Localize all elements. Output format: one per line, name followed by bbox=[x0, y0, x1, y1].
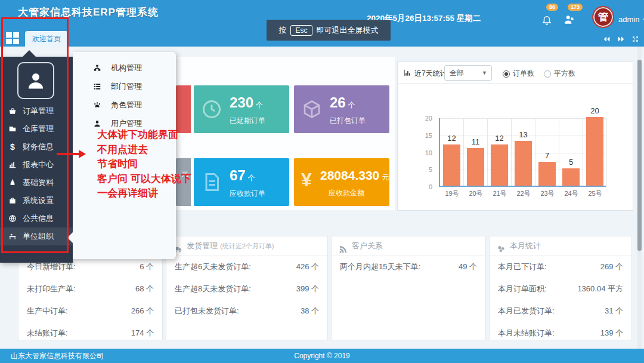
user-message-icon[interactable] bbox=[564, 14, 575, 25]
stat-row: 两个月内超15天未下单:49 个 bbox=[332, 256, 485, 278]
footer: 山东大管家信息科技有限公司 Copyright © 2019 bbox=[0, 349, 644, 363]
panel-customer-relations: 客户关系 两个月内超15天未下单:49 个 bbox=[331, 236, 486, 340]
radio-label: 平方数 bbox=[554, 69, 575, 79]
stat-value: 426 个 bbox=[296, 262, 319, 272]
toast-prefix: 按 bbox=[278, 25, 286, 36]
hidden-card-row1[interactable] bbox=[176, 85, 191, 133]
submenu-item-roles[interactable]: 角色管理 bbox=[73, 96, 176, 114]
sidebar-item-label: 基础资料 bbox=[23, 177, 54, 188]
sidebar-item-organization[interactable]: 单位组织 bbox=[0, 227, 73, 245]
annotation-line: 节省时间 bbox=[97, 157, 191, 172]
card-packed-orders[interactable]: 26个 已打包订单 bbox=[294, 85, 389, 133]
submenu-item-department[interactable]: 部门管理 bbox=[73, 78, 176, 96]
card-receivable-orders[interactable]: 67个 应收款订单 bbox=[194, 158, 289, 206]
tab-welcome-home[interactable]: 欢迎首页 bbox=[25, 31, 68, 47]
stat-label: 生产超6天未发货订单: bbox=[175, 262, 251, 272]
submenu-item-label: 角色管理 bbox=[111, 100, 142, 110]
fullscreen-icon[interactable] bbox=[631, 35, 639, 42]
card-value: 28084.330 bbox=[320, 168, 379, 182]
card-label: 应收款订单 bbox=[230, 189, 265, 199]
bar-chart-icon bbox=[403, 69, 411, 77]
folder-icon bbox=[8, 125, 17, 133]
stat-label: 两个月内超15天未下单: bbox=[340, 262, 420, 272]
stat-row: 生产中订单:266 个 bbox=[18, 300, 162, 322]
panel-title: 本月统计 bbox=[510, 241, 541, 250]
sidebar-item-label: 财务信息 bbox=[23, 141, 54, 152]
stat-label: 本月未结账订单: bbox=[498, 328, 555, 339]
stat-row: 生产超8天未发货订单:399 个 bbox=[166, 278, 327, 300]
stat-row: 本月已发货订单:31 个 bbox=[490, 300, 631, 322]
windows-menu-button[interactable] bbox=[6, 32, 20, 45]
sidebar-item-base-data[interactable]: 基础资料 bbox=[0, 174, 73, 192]
stat-row: 本月已下订单:269 个 bbox=[490, 256, 631, 278]
clock-icon bbox=[201, 99, 222, 120]
avatar[interactable]: 管 bbox=[592, 6, 614, 28]
panel-header: 发货管理(统计近2个月订单) bbox=[166, 236, 327, 256]
message-badge: 173 bbox=[568, 4, 583, 11]
radio-square-count[interactable]: 平方数 bbox=[544, 69, 575, 79]
radio-order-count[interactable]: 订单数 bbox=[503, 69, 534, 79]
sidebar-avatar[interactable] bbox=[17, 62, 54, 99]
yen-icon: ¥ bbox=[301, 169, 323, 190]
sitemap-icon bbox=[93, 64, 101, 72]
panel-subtitle: (统计近2个月订单) bbox=[220, 242, 274, 250]
card-unit: 元 bbox=[382, 173, 389, 182]
submenu-pointer bbox=[67, 232, 73, 243]
bell-icon[interactable] bbox=[541, 14, 552, 25]
radio-selected-icon bbox=[503, 70, 510, 78]
card-unit: 个 bbox=[256, 101, 263, 109]
chart-bar bbox=[491, 144, 508, 186]
card-value: 67 bbox=[230, 167, 246, 183]
sidebar-item-public-info[interactable]: 公共信息 bbox=[0, 210, 73, 227]
sidebar-item-label: 公共信息 bbox=[23, 213, 54, 224]
person-icon bbox=[25, 70, 47, 91]
card-label: 应收款金额 bbox=[329, 188, 389, 198]
stat-label: 生产中订单: bbox=[27, 306, 68, 316]
stat-label: 生产超8天未发货订单: bbox=[175, 284, 251, 294]
screen: 大管家信息科技ERP管理系统 2020年5月26日13:57:55 星期二 86… bbox=[0, 0, 644, 363]
globe-icon bbox=[8, 214, 17, 223]
rss-icon bbox=[339, 242, 348, 251]
cube-icon bbox=[301, 99, 323, 120]
list-icon bbox=[93, 82, 101, 91]
card-delayed-orders[interactable]: 230个 已延期订单 bbox=[194, 85, 289, 133]
chart-radio-group: 订单数 平方数 bbox=[503, 69, 575, 79]
sidebar-item-settings[interactable]: 系统设置 bbox=[0, 192, 73, 210]
coins-icon bbox=[497, 242, 506, 251]
chart-y-axis: 20151050 bbox=[414, 118, 436, 187]
sidebar-item-warehouse[interactable]: 仓库管理 bbox=[0, 120, 73, 138]
card-value: 230 bbox=[230, 94, 253, 110]
stat-row: 本月订单面积:1360.04 平方 bbox=[490, 278, 631, 300]
stat-value: 38 个 bbox=[301, 306, 319, 316]
sidebar-item-reports[interactable]: 报表中心 bbox=[0, 156, 73, 174]
stat-label: 今日新增订单: bbox=[27, 262, 76, 272]
briefcase-icon bbox=[8, 196, 17, 205]
sidebar-menu: 订单管理 仓库管理 $财务信息 报表中心 基础资料 系统设置 公共信息 单位组织 bbox=[0, 57, 73, 263]
sidebar-items: 订单管理 仓库管理 $财务信息 报表中心 基础资料 系统设置 公共信息 单位组织 bbox=[0, 102, 73, 245]
username: admin bbox=[618, 15, 639, 24]
submenu-items: 机构管理 部门管理 角色管理 用户管理 bbox=[73, 59, 176, 133]
stat-value: 174 个 bbox=[131, 328, 154, 339]
stat-value: 6 个 bbox=[140, 262, 154, 272]
submenu-item-org-management[interactable]: 机构管理 bbox=[73, 59, 176, 77]
tab-scroll-left-icon[interactable] bbox=[603, 35, 611, 42]
chart-filter-select[interactable]: 全部 ▼ bbox=[444, 65, 492, 81]
chart-bar bbox=[562, 168, 580, 186]
sidebar-item-orders[interactable]: 订单管理 bbox=[0, 102, 73, 120]
basket-icon bbox=[8, 107, 17, 115]
sidebar-item-label: 订单管理 bbox=[23, 106, 54, 116]
stat-row: 已打包未发货订单:38 个 bbox=[166, 300, 327, 322]
stat-value: 266 个 bbox=[131, 306, 154, 316]
scrollbar-thumb[interactable] bbox=[637, 60, 642, 251]
report-chart-icon bbox=[8, 161, 17, 169]
sidebar-pointer bbox=[23, 50, 36, 57]
stat-value: 68 个 bbox=[135, 284, 154, 294]
tab-scroll-right-icon[interactable] bbox=[617, 35, 625, 42]
radio-unselected-icon bbox=[544, 70, 551, 78]
card-receivable-amount[interactable]: ¥ 28084.330元 应收款金额 bbox=[294, 158, 389, 206]
esc-key-label: Esc bbox=[290, 25, 312, 36]
user-menu[interactable]: admin▼ bbox=[618, 15, 644, 24]
annotation-line: 大体讲下功能界面 bbox=[97, 128, 191, 143]
sidebar-item-label: 仓库管理 bbox=[23, 124, 54, 134]
document-icon bbox=[201, 171, 222, 193]
